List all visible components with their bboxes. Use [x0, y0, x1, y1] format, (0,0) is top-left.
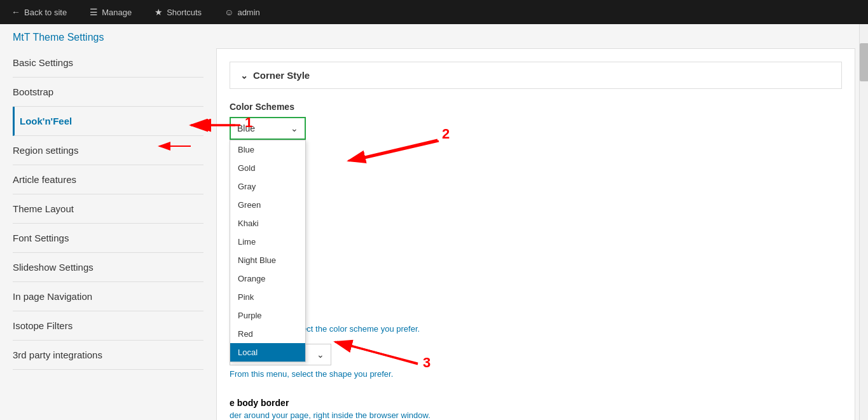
- option-blue[interactable]: Blue: [230, 140, 305, 159]
- sidebar-item-isotope-filters[interactable]: Isotope Filters: [13, 311, 203, 341]
- color-scheme-dropdown[interactable]: Blue ⌄: [230, 117, 306, 140]
- color-scheme-value: Blue: [237, 123, 255, 133]
- chevron-down-icon: ⌄: [291, 123, 298, 133]
- manage-button[interactable]: ☰ Manage: [85, 7, 137, 17]
- scrollbar[interactable]: [859, 24, 868, 420]
- corner-style-label: Corner Style: [253, 70, 310, 81]
- shortcuts-label: Shortcuts: [167, 8, 202, 17]
- corner-shape-row: ⌄ From this menu, select the shape you p…: [230, 344, 842, 379]
- body-border-label: e body border: [230, 398, 842, 408]
- chevron-down-icon: ⌄: [240, 71, 248, 81]
- scrollbar-thumb[interactable]: [860, 43, 868, 81]
- corner-style-section[interactable]: ⌄ Corner Style: [230, 62, 842, 89]
- sidebar-item-3rd-party[interactable]: 3rd party integrations: [13, 341, 203, 370]
- option-red[interactable]: Red: [230, 325, 305, 343]
- arrow-left-icon: ←: [11, 7, 20, 17]
- body-border-helper: der around your page, right inside the b…: [230, 410, 842, 420]
- corner-shape-helper: From this menu, select the shape you pre…: [230, 369, 842, 379]
- sidebar-item-font-settings[interactable]: Font Settings: [13, 224, 203, 253]
- option-gold[interactable]: Gold: [230, 159, 305, 177]
- sidebar-item-in-page-navigation[interactable]: In page Navigation: [13, 282, 203, 311]
- color-scheme-helper: From this menu, select the color scheme …: [230, 324, 842, 334]
- option-purple[interactable]: Purple: [230, 306, 305, 325]
- sidebar-item-bootstrap[interactable]: Bootstrap: [13, 78, 203, 107]
- admin-bar: ← Back to site ☰ Manage ★ Shortcuts ☺ ad…: [0, 0, 868, 24]
- body-border-section: e body border der around your page, righ…: [230, 398, 842, 420]
- sidebar-item-looknfeel[interactable]: Look'n'Feel: [13, 107, 203, 136]
- user-icon: ☺: [224, 7, 233, 17]
- sidebar-item-basic-settings[interactable]: Basic Settings: [13, 48, 203, 78]
- option-green[interactable]: Green: [230, 196, 305, 214]
- option-lime[interactable]: Lime: [230, 233, 305, 251]
- color-schemes-label: Color Schemes: [230, 102, 842, 112]
- back-to-site-label: Back to site: [24, 8, 67, 17]
- option-pink[interactable]: Pink: [230, 288, 305, 306]
- option-local[interactable]: Local: [230, 343, 305, 362]
- manage-label: Manage: [102, 8, 132, 17]
- sidebar-item-region-settings[interactable]: Region settings: [13, 136, 203, 165]
- sidebar-item-slideshow-settings[interactable]: Slideshow Settings: [13, 253, 203, 282]
- admin-label: admin: [237, 8, 259, 17]
- main-content: ⌄ Corner Style Color Schemes Blue ⌄ Blue: [216, 48, 855, 420]
- color-schemes-section: Color Schemes Blue ⌄ Blue Gold Gray Gree…: [230, 102, 842, 334]
- chevron-down-icon: ⌄: [317, 349, 324, 360]
- option-night-blue[interactable]: Night Blue: [230, 251, 305, 269]
- admin-button[interactable]: ☺ admin: [219, 7, 265, 17]
- star-icon: ★: [155, 7, 163, 17]
- menu-icon: ☰: [90, 7, 98, 17]
- page-title: MtT Theme Settings: [0, 24, 868, 48]
- color-scheme-dropdown-menu: Blue Gold Gray Green Khaki Lime Night Bl…: [230, 140, 306, 362]
- option-khaki[interactable]: Khaki: [230, 214, 305, 233]
- page-container: MtT Theme Settings Basic Settings Bootst…: [0, 24, 868, 420]
- option-gray[interactable]: Gray: [230, 177, 305, 196]
- back-to-site-button[interactable]: ← Back to site: [6, 7, 72, 17]
- option-orange[interactable]: Orange: [230, 269, 305, 288]
- sidebar: Basic Settings Bootstrap Look'n'Feel Reg…: [13, 48, 216, 420]
- content-area: Basic Settings Bootstrap Look'n'Feel Reg…: [0, 48, 868, 420]
- shortcuts-button[interactable]: ★ Shortcuts: [149, 7, 207, 17]
- sidebar-item-theme-layout[interactable]: Theme Layout: [13, 194, 203, 224]
- color-scheme-dropdown-container: Blue ⌄ Blue Gold Gray Green Khaki Lime N…: [230, 117, 306, 140]
- sidebar-item-article-features[interactable]: Article features: [13, 165, 203, 194]
